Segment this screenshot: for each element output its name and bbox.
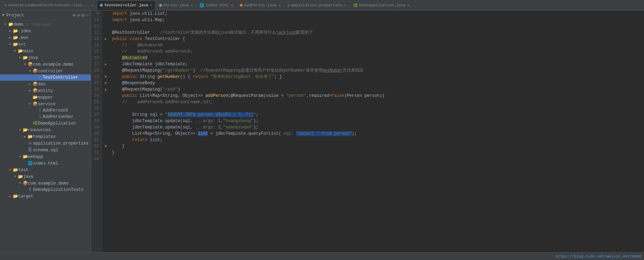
tree-item-test[interactable]: ▼ 📂 test: [0, 167, 91, 173]
tab-application[interactable]: ⚙ application.properties ✕: [284, 0, 350, 10]
sidebar-header: ▼ Project ⊕ ⇄ ⚙ —: [0, 11, 91, 20]
project-arrow: ▼: [2, 13, 4, 17]
code-content[interactable]: import java.util.List; import java.util.…: [109, 11, 644, 252]
code-line-29: jdbcTemplate.update(sql, ...args: 2,"sda…: [112, 124, 641, 131]
java-addpersons-icon: I: [37, 108, 43, 113]
tree-item-target[interactable]: ▶ 📂 target: [0, 193, 91, 200]
tree-item-main[interactable]: ▼ 📂 main: [0, 48, 91, 54]
folder-test-java-icon: 📂: [18, 174, 23, 179]
tab-index-label: index.html: [206, 3, 229, 7]
tree-item-com[interactable]: ▼ 📦 com.example.demo: [0, 61, 91, 68]
tree-item-resources[interactable]: ▼ 📂 resources: [0, 127, 91, 133]
module-icon: 📁: [8, 22, 13, 27]
tab-annotation[interactable]: ⚙ AnnotationBeanPostProcessor.clas... ✕: [1, 0, 96, 10]
expand-icon[interactable]: —: [86, 12, 89, 18]
tree-label-indexhtml: index.html: [33, 161, 91, 166]
folder-mvn-icon: 📂: [13, 35, 18, 40]
tree-item-appprop[interactable]: ⚙ application.properties: [0, 140, 91, 147]
tree-item-schema[interactable]: 🗄 schema.sql: [0, 147, 91, 153]
tree-item-demo[interactable]: ▼ 📁 demo D:\IDEA\demo: [0, 21, 91, 28]
tree-item-webapp[interactable]: ▼ 📂 webapp: [0, 153, 91, 160]
sidebar-icons: ⊕ ⇄ ⚙ —: [73, 12, 89, 18]
tree-item-java[interactable]: ▼ 📂 java: [0, 54, 91, 61]
folder-java-icon: 📂: [22, 55, 28, 60]
code-line-27: String sql = "INSERT INTO person VALUES …: [112, 112, 641, 118]
tab-person-close[interactable]: ✕: [191, 3, 193, 7]
properties-icon: ⚙: [287, 3, 290, 8]
sync-icon[interactable]: ⇄: [77, 12, 80, 18]
tree-item-addpersons[interactable]: I AddPersonS: [0, 107, 91, 114]
tree-label-schema: schema.sql: [33, 148, 91, 153]
tab-testcontroller-label: TestController.java: [104, 3, 148, 7]
tree-item-src[interactable]: ▼ 📂 src: [0, 41, 91, 48]
folder-mapper-icon: 📂: [32, 95, 38, 100]
code-line-30: List<Map<String, Object>> list = jdbcTem…: [112, 131, 641, 137]
code-line-32: }: [112, 143, 641, 149]
tab-addperson[interactable]: AddPerson.java ✕: [237, 0, 284, 10]
tab-person[interactable]: Person.java ✕: [156, 0, 196, 10]
folder-templates-icon: 📂: [27, 134, 33, 139]
tab-testcontroller-close[interactable]: ✕: [150, 3, 152, 7]
tab-bar: ⚙ AnnotationBeanPostProcessor.clas... ✕ …: [0, 0, 644, 11]
tab-addperson-close[interactable]: ✕: [279, 3, 281, 7]
tree-item-service[interactable]: ▼ 📦 service: [0, 101, 91, 107]
tree-item-test-java[interactable]: ▼ 📂 java: [0, 173, 91, 180]
code-line-22: @ResponseBody: [112, 80, 641, 86]
status-bar: https://blog.csdn.net/weixin_44178886: [0, 252, 644, 260]
tree-item-templates[interactable]: ▶ 📂 templates: [0, 133, 91, 140]
tree-item-mapper[interactable]: 📂 mapper: [0, 94, 91, 101]
linenum-28: 28: [94, 118, 99, 124]
code-line-33: }: [112, 149, 641, 156]
code-line-23: @RequestMapping("/add"): [112, 86, 641, 93]
settings-icon[interactable]: ⚙: [81, 12, 84, 18]
add-icon[interactable]: ⊕: [73, 12, 75, 18]
folder-main-icon: 📂: [18, 48, 23, 54]
arrow-dao: ▶: [27, 82, 32, 86]
tree-item-dao[interactable]: ▶ 📦 dao: [0, 81, 91, 87]
tab-annotation-label: AnnotationBeanPostProcessor.clas...: [8, 3, 89, 7]
tab-testcontroller[interactable]: TestController.java ✕: [97, 0, 155, 10]
tree-item-test-com[interactable]: ▼ 📦 com.example.demo: [0, 180, 91, 187]
tree-label-addpersons: AddPersonS: [43, 108, 91, 113]
linenum-27: 27: [94, 112, 99, 118]
tree-item-addpersonsev[interactable]: I AddPersonSev: [0, 114, 91, 120]
package-test-com-icon: 📦: [22, 181, 28, 186]
arrow-resources: ▼: [18, 128, 22, 132]
tree-label-target: target: [18, 194, 91, 199]
code-line-9: import java.util.List;: [112, 11, 641, 17]
main-layout: ▼ Project ⊕ ⇄ ⚙ — ▼ 📁 demo D:\IDEA\demo …: [0, 11, 644, 252]
tree-label-demoapplication: DemoApplication: [38, 121, 91, 126]
tree-item-indexhtml[interactable]: 🌐 index.html: [0, 160, 91, 167]
arrow-test: ▼: [8, 168, 13, 172]
java-addpersonsev-icon: I: [37, 114, 43, 119]
linenum-9: 9: [94, 11, 99, 17]
tab-index[interactable]: 🌐 index.html ✕: [196, 0, 236, 10]
code-editor[interactable]: 9 10 11 12 13 14 15 16 17 18 19 22 23 24…: [91, 11, 644, 252]
line-numbers: 9 10 11 12 13 14 15 16 17 18 19 22 23 24…: [91, 11, 102, 252]
tree-label-src: src: [18, 42, 91, 47]
code-line-13: public class TestController {: [112, 36, 641, 42]
tab-demoapplication-close[interactable]: ✕: [408, 3, 410, 7]
tree-label-testcontroller: TestController: [43, 75, 91, 80]
tree-label-service: service: [38, 102, 91, 107]
tab-index-close[interactable]: ✕: [231, 3, 233, 7]
tree-item-idea[interactable]: ▶ 📂 .idea: [0, 28, 91, 34]
tree-item-demoapplication[interactable]: 🌿 DemoApplication: [0, 120, 91, 127]
tab-annotation-close[interactable]: ✕: [91, 3, 93, 7]
linenum-14: 14: [94, 42, 99, 48]
tab-demoapplication[interactable]: 🌿 DemoApplication.java ✕: [350, 0, 413, 10]
tree-item-testcontroller[interactable]: C TestController: [0, 74, 91, 81]
linenum-26: 26: [94, 105, 99, 112]
tree-item-controller[interactable]: ▼ 📦 controller: [0, 68, 91, 74]
tab-application-close[interactable]: ✕: [344, 3, 346, 7]
tree-label-test-com: com.example.demo: [28, 181, 91, 186]
linenum-17: 17: [94, 61, 99, 67]
tree-item-entity[interactable]: ▶ 📦 entity: [0, 87, 91, 94]
tree-item-demotest[interactable]: C DemoApplicationTests: [0, 187, 91, 193]
folder-src-icon: 📂: [13, 42, 18, 47]
arrow-webapp: ▼: [18, 155, 22, 159]
tree-item-mvn[interactable]: ▶ 📂 .mvn: [0, 34, 91, 41]
arrow-test-java: ▼: [13, 175, 18, 179]
code-line-10: import java.util.Map;: [112, 17, 641, 23]
tree-label-controller: controller: [38, 69, 91, 74]
